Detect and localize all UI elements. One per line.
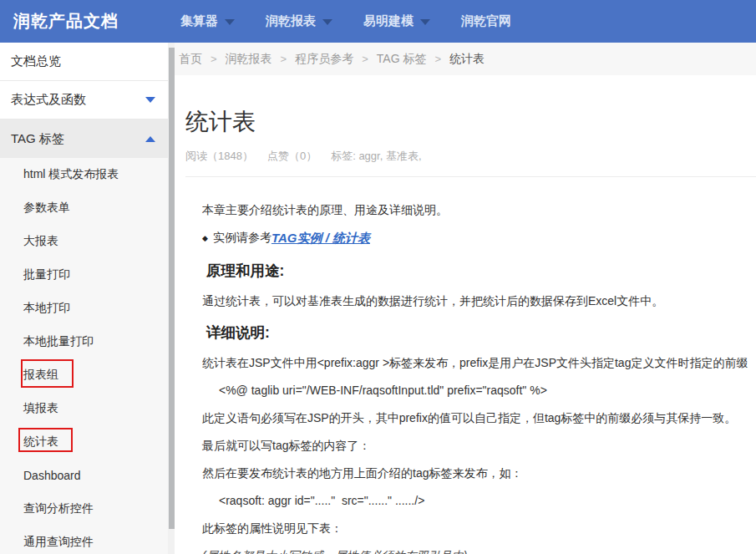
jsp-usage-paragraph: 统计表在JSP文件中用<prefix:aggr >标签来发布，prefix是用户… [202,354,756,371]
tags-label: 标签: aggr, 基准表, [331,149,421,164]
sidebar-subitem-general-query[interactable]: 通用查询控件 [0,526,168,554]
breadcrumb-tag-labels[interactable]: TAG 标签 [377,52,427,67]
sidebar-subitem-label: 统计表 [23,435,58,450]
nav-item-label: 集算器 [180,13,218,29]
sidebar-item-tag-labels[interactable]: TAG 标签 [0,119,168,158]
sidebar-item-label: TAG 标签 [11,131,64,147]
attribute-table-paragraph: 此标签的属性说明见下表： [202,520,756,536]
sidebar-subitem-label: 本地批量打印 [23,334,94,349]
define-paragraph: 此定义语句必须写在JSP的开头，其中prefix的值可以自己指定，但tag标签中… [202,409,756,426]
write-tag-paragraph: 最后就可以写tag标签的内容了： [202,437,756,454]
breadcrumb-separator: > [362,53,368,65]
section-heading-details: 详细说明: [206,323,756,342]
breadcrumb: 首页 > 润乾报表 > 程序员参考 > TAG 标签 > 统计表 [175,43,756,75]
breadcrumb-programmer-ref[interactable]: 程序员参考 [295,52,353,67]
breadcrumb-home[interactable]: 首页 [179,52,202,67]
sidebar-subitem-statistics-table[interactable]: 统计表 [0,425,168,459]
principle-paragraph: 通过统计表，可以对基准表生成的数据进行统计，并把统计后的数据保存到Excel文件… [202,292,756,309]
breadcrumb-separator: > [211,53,217,65]
sidebar: 文档总览 表达式及函数 TAG 标签 html 模式发布报表 参数表单 大报表 … [0,43,168,554]
article-meta: 阅读（1848） 点赞（0） 标签: aggr, 基准表, [185,149,756,164]
sidebar-subitem-label: 查询分析控件 [23,501,94,516]
sidebar-subitem-dashboard[interactable]: Dashboard [0,459,168,492]
example-reference-line: ◆ 实例请参考 TAG实例 / 统计表 [202,229,756,247]
sidebar-subitem-label: 大报表 [23,234,58,249]
nav-item-label: 润乾报表 [266,13,316,29]
breadcrumb-report[interactable]: 润乾报表 [226,52,272,67]
chevron-down-icon [420,19,430,25]
sidebar-subitem-label: Dashboard [23,469,81,482]
sidebar-subitem-local-batch-print[interactable]: 本地批量打印 [0,325,168,358]
taglib-code-line: <%@ taglib uri="/WEB-INF/raqsoftInput.tl… [219,382,756,399]
sidebar-subitem-label: 参数表单 [23,201,70,216]
top-bar: 润乾产品文档 集算器 润乾报表 易明建模 润乾官网 [0,0,756,43]
sidebar-subitem-report-group[interactable]: 报表组 [0,358,168,392]
nav-item-label: 易明建模 [363,13,414,29]
breadcrumb-current: 统计表 [449,52,485,67]
breadcrumb-separator: > [434,53,441,65]
sidebar-subitem-label: 批量打印 [23,267,70,282]
section-heading-principle: 原理和用途: [206,262,756,280]
sidebar-subitem-param-form[interactable]: 参数表单 [0,191,168,225]
article: 统计表 阅读（1848） 点赞（0） 标签: aggr, 基准表, 本章主要介绍… [175,75,756,554]
sidebar-subitem-label: 填报表 [23,401,58,416]
sidebar-subitem-fill-report[interactable]: 填报表 [0,392,168,425]
sidebar-item-label: 表达式及函数 [11,92,86,108]
sidebar-subitem-label: html 模式发布报表 [23,167,119,182]
article-body: 本章主要介绍统计表的原理、用途及详细说明。 ◆ 实例请参考 TAG实例 / 统计… [185,177,756,554]
nav-item-label: 润乾官网 [461,13,511,29]
intro-paragraph: 本章主要介绍统计表的原理、用途及详细说明。 [202,201,756,218]
nav-item-report[interactable]: 润乾报表 [266,13,332,29]
like-count: 点赞（0） [267,149,317,164]
sidebar-subitem-label: 本地打印 [23,301,70,316]
sidebar-subitem-query-analysis[interactable]: 查询分析控件 [0,492,168,526]
sidebar-subitem-html-publish[interactable]: html 模式发布报表 [0,158,168,191]
nav-item-official-site[interactable]: 润乾官网 [461,13,511,29]
sidebar-submenu: html 模式发布报表 参数表单 大报表 批量打印 本地打印 本地批量打印 报表… [0,158,168,554]
chevron-up-icon [145,136,155,142]
diamond-bullet-icon: ◆ [202,234,208,242]
sidebar-item-expressions[interactable]: 表达式及函数 [0,81,168,119]
publish-paragraph: 然后在要发布统计表的地方用上面介绍的tag标签来发布，如： [202,465,756,481]
nav-item-esproc[interactable]: 集算器 [180,13,235,29]
main-content: 首页 > 润乾报表 > 程序员参考 > TAG 标签 > 统计表 统计表 阅读（… [175,43,756,554]
chevron-down-icon [322,19,332,25]
sidebar-subitem-batch-print[interactable]: 批量打印 [0,258,168,292]
page-layout: 文档总览 表达式及函数 TAG 标签 html 模式发布报表 参数表单 大报表 … [0,43,756,554]
main-nav: 集算器 润乾报表 易明建模 润乾官网 [180,13,511,29]
case-sensitive-note: (属性名都是大小写敏感，属性值必须放在双引号中) [202,547,756,554]
sidebar-item-doc-overview[interactable]: 文档总览 [0,43,168,81]
sidebar-subitem-label: 通用查询控件 [23,535,94,550]
page-title: 统计表 [185,109,756,135]
sidebar-item-label: 文档总览 [11,53,61,69]
read-count: 阅读（1848） [185,149,253,164]
brand-logo[interactable]: 润乾产品文档 [13,10,119,33]
breadcrumb-separator: > [281,53,287,65]
sidebar-subitem-label: 报表组 [23,368,58,383]
chevron-down-icon [145,97,155,103]
sidebar-subitem-big-report[interactable]: 大报表 [0,225,168,258]
example-link[interactable]: TAG实例 / 统计表 [271,231,370,247]
nav-item-yiming[interactable]: 易明建模 [363,13,430,29]
aggr-tag-code-line: <raqsoft: aggr id="....." src="......" .… [219,492,756,509]
example-prefix: 实例请参考 [213,231,271,246]
sidebar-subitem-local-print[interactable]: 本地打印 [0,292,168,325]
chevron-down-icon [225,19,235,25]
sidebar-scrollbar [168,43,175,554]
scrollbar-thumb[interactable] [169,48,175,529]
